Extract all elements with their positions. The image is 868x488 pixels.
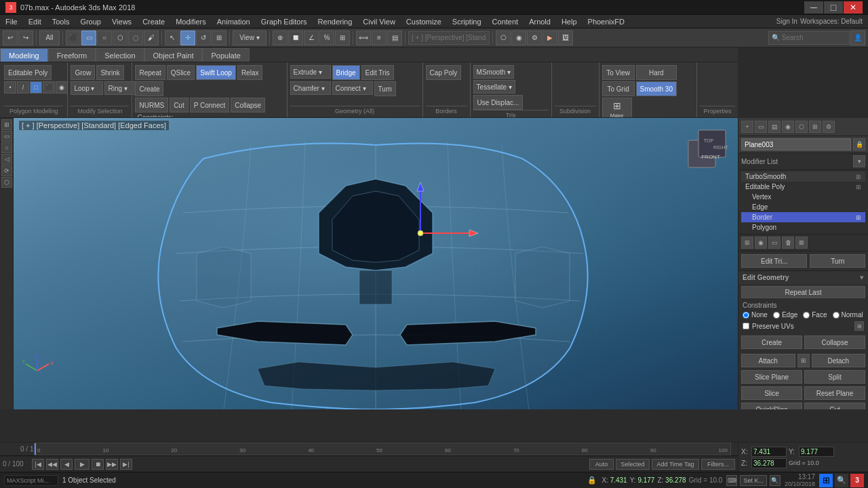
spinner-snap-button[interactable]: ⊞: [335, 30, 350, 45]
signin-area[interactable]: Sign In Workspaces: Default: [771, 18, 868, 25]
material-editor-button[interactable]: ◉: [511, 30, 526, 45]
search-input[interactable]: [768, 31, 850, 45]
angle-snap-button[interactable]: ∠: [304, 30, 319, 45]
tab-object-paint[interactable]: Object Paint: [144, 48, 203, 62]
y-coord[interactable]: 9.177: [799, 447, 834, 457]
tab-modeling[interactable]: Modeling: [0, 48, 48, 62]
attach-panel-button[interactable]: Attach: [741, 354, 795, 367]
nurms-button[interactable]: NURMS: [135, 98, 168, 113]
tab-freeform[interactable]: Freeform: [48, 48, 96, 62]
prev-key-button[interactable]: ◀◀: [46, 459, 58, 470]
stack-icon-5[interactable]: ⊠: [795, 237, 808, 249]
make-planar-button[interactable]: ⊞ Make Planar: [602, 98, 632, 118]
lock-button[interactable]: 🔒: [587, 475, 597, 486]
schematic-view-button[interactable]: ⎔: [496, 30, 511, 45]
menu-views[interactable]: Views: [106, 16, 137, 27]
modifier-item-turbosmooth[interactable]: TurboSmooth ⊞: [741, 171, 865, 182]
p-connect-button[interactable]: P Connect: [190, 98, 230, 113]
edit-tri-button[interactable]: Edit Tri...: [741, 254, 807, 268]
filter-keys-button[interactable]: Filters...: [701, 459, 735, 470]
undo-button[interactable]: ↩: [3, 30, 18, 45]
select-all-button[interactable]: All: [39, 30, 60, 45]
manage-sets-button[interactable]: Set K...: [740, 475, 767, 486]
panel-icon-1[interactable]: +: [741, 121, 753, 133]
kbd-shortcut-button[interactable]: ⌨: [726, 475, 737, 486]
use-displace-button[interactable]: Use Displac...: [473, 95, 524, 110]
to-grid-button[interactable]: To Grid: [602, 81, 635, 96]
stack-delete-button[interactable]: 🗑: [782, 237, 794, 249]
poly-mode-button[interactable]: ⬛: [43, 81, 55, 94]
user-icon[interactable]: 👤: [850, 30, 865, 45]
smooth-button[interactable]: Smooth 30: [636, 81, 677, 96]
modifier-item-editable-poly[interactable]: Editable Poly ⊞: [741, 182, 865, 192]
repeat-last-button[interactable]: Repeat Last: [741, 286, 865, 298]
shrink-button[interactable]: Shrink: [96, 65, 123, 80]
maximize-button[interactable]: □: [824, 1, 843, 14]
select-button[interactable]: ↖: [165, 30, 180, 45]
menu-phoenix[interactable]: PhoenixFD: [583, 16, 630, 27]
turn-button[interactable]: Turn: [374, 81, 396, 96]
extrude-button[interactable]: Extrude ▾: [290, 65, 331, 79]
cap-poly-button[interactable]: Cap Poly: [426, 65, 462, 80]
render-frame-button[interactable]: 🖼: [558, 30, 573, 45]
menu-edit[interactable]: Edit: [23, 16, 47, 27]
select-rect-button[interactable]: ▭: [81, 30, 96, 45]
menu-file[interactable]: File: [0, 16, 23, 27]
menu-modifiers[interactable]: Modifiers: [170, 16, 212, 27]
element-mode-button[interactable]: ◉: [56, 81, 68, 94]
menu-group[interactable]: Group: [75, 16, 106, 27]
render-setup-button[interactable]: ⚙: [527, 30, 542, 45]
menu-customize[interactable]: Customize: [401, 16, 447, 27]
percent-snap-button[interactable]: %: [319, 30, 334, 45]
msmooth-button[interactable]: MSmooth ▾: [473, 65, 515, 79]
render-button[interactable]: ▶: [542, 30, 557, 45]
qslice-button[interactable]: QSlice: [167, 65, 195, 80]
layer-manager-button[interactable]: ▤: [387, 30, 402, 45]
lock-name-button[interactable]: 🔒: [853, 138, 865, 150]
collapse-panel-button[interactable]: Collapse: [804, 336, 865, 349]
menu-animation[interactable]: Animation: [212, 16, 256, 27]
edit-geometry-header[interactable]: Edit Geometry ▾: [738, 271, 868, 284]
select-circle-button[interactable]: ○: [97, 30, 112, 45]
grow-button[interactable]: Grow: [71, 65, 95, 80]
menu-rendering[interactable]: Rendering: [313, 16, 358, 27]
menu-civil-view[interactable]: Civil View: [357, 16, 400, 27]
left-toolbar-btn-4[interactable]: ◁: [1, 154, 12, 165]
select-lasso-button[interactable]: ◌: [128, 30, 143, 45]
attach-settings-button[interactable]: ⊞: [797, 354, 810, 367]
select-fence-button[interactable]: ⬡: [113, 30, 127, 45]
preserve-uvs-checkbox[interactable]: Preserve UVs ⊞: [743, 321, 864, 331]
panel-icon-2[interactable]: ▭: [755, 121, 767, 133]
cut-button[interactable]: Cut: [170, 98, 189, 113]
panel-icon-5[interactable]: ⬡: [795, 121, 808, 133]
menu-scripting[interactable]: Scripting: [447, 16, 487, 27]
close-button[interactable]: ✕: [844, 1, 863, 14]
panel-icon-4[interactable]: ◉: [782, 121, 794, 133]
swift-loop-button[interactable]: Swift Loop: [196, 65, 236, 80]
panel-icon-3[interactable]: ▤: [768, 121, 781, 133]
prev-frame-button[interactable]: |◀: [32, 459, 44, 470]
collapse-button[interactable]: Collapse: [231, 98, 265, 113]
tessellate-button[interactable]: Tessellate ▾: [473, 80, 515, 94]
snap-button[interactable]: 🔲: [288, 30, 303, 45]
nav-cube[interactable]: FRONT RIGHT TOP: [685, 123, 732, 171]
panel-icon-6[interactable]: ⊞: [809, 121, 821, 133]
next-frame-button[interactable]: ▶|: [120, 459, 132, 470]
selected-key-button[interactable]: Selected: [616, 459, 650, 470]
constraint-face[interactable]: Face: [803, 311, 827, 319]
edit-tris-button[interactable]: Edit Tris: [361, 65, 394, 80]
left-toolbar-btn-3[interactable]: ○: [1, 142, 12, 153]
chamfer-button[interactable]: Chamfer ▾: [290, 81, 331, 95]
connect-button[interactable]: Connect ▾: [332, 81, 373, 95]
stack-icon-1[interactable]: ⊞: [741, 237, 753, 249]
quickslice-button[interactable]: QuickSlice: [741, 403, 802, 409]
modifier-item-vertex[interactable]: Vertex: [741, 192, 865, 202]
create-panel-button[interactable]: Create: [741, 336, 802, 349]
editable-poly-button[interactable]: Editable Poly: [4, 65, 52, 80]
hard-button[interactable]: Hard: [636, 65, 677, 80]
menu-content[interactable]: Content: [487, 16, 524, 27]
rotate-button[interactable]: ↺: [196, 30, 211, 45]
panel-icon-7[interactable]: ⚙: [823, 121, 835, 133]
reset-plane-button[interactable]: Reset Plane: [804, 386, 865, 400]
add-time-tag-button[interactable]: Add Time Tag: [652, 459, 699, 470]
